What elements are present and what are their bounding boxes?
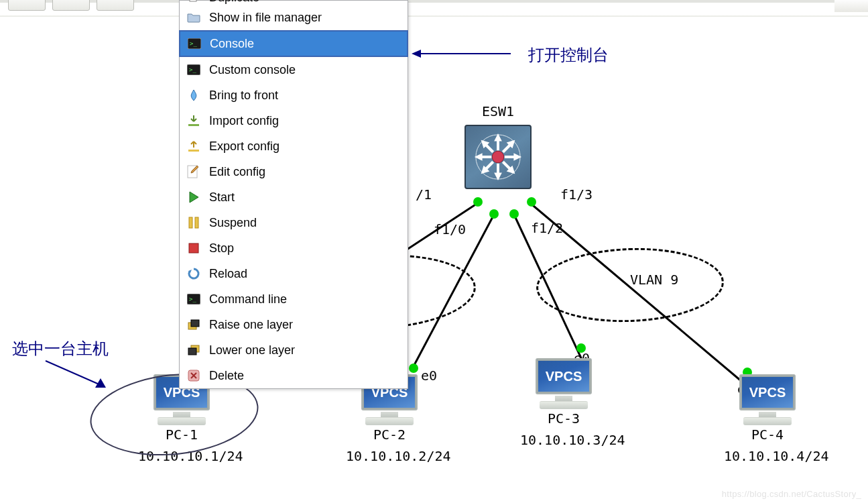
toolbar-button[interactable] [52, 0, 90, 11]
svg-marker-8 [475, 153, 491, 161]
menu-item-delete[interactable]: Delete [180, 363, 408, 388]
pc-icon: VPCS [734, 373, 801, 424]
menu-item-import-config[interactable]: Import config [180, 108, 408, 133]
delete-icon [186, 368, 201, 383]
export-icon [186, 139, 201, 154]
svg-rect-29 [191, 320, 199, 327]
pc-name: PC-2 [346, 427, 433, 443]
menu-item-stop[interactable]: Stop [180, 235, 408, 261]
vpcs-label: VPCS [749, 385, 786, 400]
menu-item-raise-one-layer[interactable]: Raise one layer [180, 312, 408, 337]
menu-item-show-in-file-manager[interactable]: Show in file manager [180, 5, 408, 30]
menu-label: Reload [209, 267, 401, 281]
menu-label: Bring to front [209, 89, 401, 103]
menu-item-suspend[interactable]: Suspend [180, 210, 408, 235]
menu-item-console[interactable]: >_ Console [179, 30, 408, 57]
toolbar-button[interactable] [8, 0, 46, 11]
menu-item-command-line[interactable]: >_ Command line [180, 286, 408, 312]
switch-label: ESW1 [461, 103, 535, 119]
menu-label: Stop [209, 241, 401, 256]
lower-layer-icon [186, 343, 201, 357]
menu-item-lower-one-layer[interactable]: Lower one layer [180, 337, 408, 363]
svg-marker-34 [412, 50, 421, 58]
menu-item-export-config[interactable]: Export config [180, 133, 408, 159]
pc-ip: 10.10.10.3/24 [520, 432, 607, 448]
pause-icon [186, 215, 201, 230]
port-status-dot [409, 364, 418, 373]
svg-rect-24 [189, 243, 198, 253]
menu-label: Console [210, 37, 400, 51]
menu-label: Custom console [209, 63, 401, 77]
menu-label: Edit config [209, 165, 401, 179]
menu-label: Suspend [209, 216, 401, 230]
svg-text:>_: >_ [189, 66, 196, 73]
toolbar-edge-right [834, 0, 868, 12]
svg-marker-6 [494, 133, 502, 150]
annotation-open-console: 打开控制台 [528, 44, 609, 66]
switch-icon [464, 125, 532, 189]
menu-item-duplicate[interactable]: Duplicate [180, 0, 408, 5]
vlan-9-label: VLAN 9 [630, 272, 678, 288]
import-icon [186, 113, 201, 128]
svg-rect-22 [189, 217, 192, 228]
device-pc-3[interactable]: VPCS PC-3 10.10.10.3/24 [520, 357, 607, 448]
menu-label: Export config [209, 139, 401, 154]
svg-marker-12 [481, 161, 495, 174]
svg-point-5 [492, 151, 504, 163]
annotation-select-host: 选中一台主机 [12, 338, 109, 359]
svg-marker-9 [505, 153, 521, 161]
pc-ip: 10.10.10.4/24 [724, 448, 811, 464]
svg-marker-10 [481, 140, 495, 154]
menu-label: Lower one layer [209, 343, 401, 357]
svg-marker-13 [502, 161, 515, 174]
console-icon: >_ [187, 36, 202, 51]
iface-f1-2: f1/2 [531, 220, 563, 236]
device-pc-4[interactable]: VPCS PC-4 10.10.10.4/24 [724, 373, 811, 464]
bring-to-front-icon [186, 88, 201, 103]
pc-ip: 10.10.10.2/24 [346, 448, 433, 464]
svg-rect-31 [188, 348, 196, 355]
duplicate-icon [186, 0, 201, 5]
folder-icon [186, 10, 201, 25]
menu-label: Duplicate [209, 0, 401, 5]
menu-label: Show in file manager [209, 11, 401, 25]
svg-marker-21 [190, 192, 198, 203]
pc-name: PC-3 [520, 410, 607, 427]
pc-icon: VPCS [530, 357, 597, 408]
menu-label: Import config [209, 114, 401, 128]
menu-item-bring-to-front[interactable]: Bring to front [180, 82, 408, 108]
menu-item-reload[interactable]: Reload [180, 261, 408, 286]
iface-f1-0: f1/0 [434, 221, 466, 237]
port-status-dot [527, 197, 536, 207]
terminal-icon: >_ [186, 292, 201, 306]
menu-label: Command line [209, 292, 401, 306]
port-status-dot [473, 197, 483, 207]
edit-icon [186, 164, 201, 179]
toolbar-button[interactable] [97, 0, 134, 11]
menu-item-start[interactable]: Start [180, 184, 408, 210]
vpcs-label: VPCS [546, 369, 582, 384]
svg-line-35 [46, 361, 101, 385]
raise-layer-icon [186, 317, 201, 332]
toolbar-buttons [8, 0, 134, 11]
iface-f1-1: /1 [416, 186, 432, 203]
port-status-dot [576, 343, 586, 353]
port-status-dot [509, 209, 519, 219]
menu-item-custom-console[interactable]: >_ Custom console [180, 57, 408, 82]
device-switch-esw1[interactable]: ESW1 [461, 103, 535, 189]
toolbar-separator [0, 15, 868, 17]
menu-label: Delete [209, 369, 401, 383]
stop-icon [186, 241, 201, 256]
svg-rect-14 [190, 0, 196, 1]
port-status-dot [489, 209, 499, 219]
pc-name: PC-4 [724, 427, 811, 443]
menu-label: Start [209, 190, 401, 205]
svg-marker-7 [494, 164, 502, 180]
context-menu: Duplicate Show in file manager >_ Consol… [179, 0, 408, 389]
console-icon: >_ [186, 62, 201, 77]
menu-label: Raise one layer [209, 318, 401, 332]
iface-f1-3: f1/3 [560, 186, 593, 203]
svg-text:>_: >_ [190, 40, 197, 47]
play-icon [186, 190, 201, 205]
menu-item-edit-config[interactable]: Edit config [180, 159, 408, 184]
